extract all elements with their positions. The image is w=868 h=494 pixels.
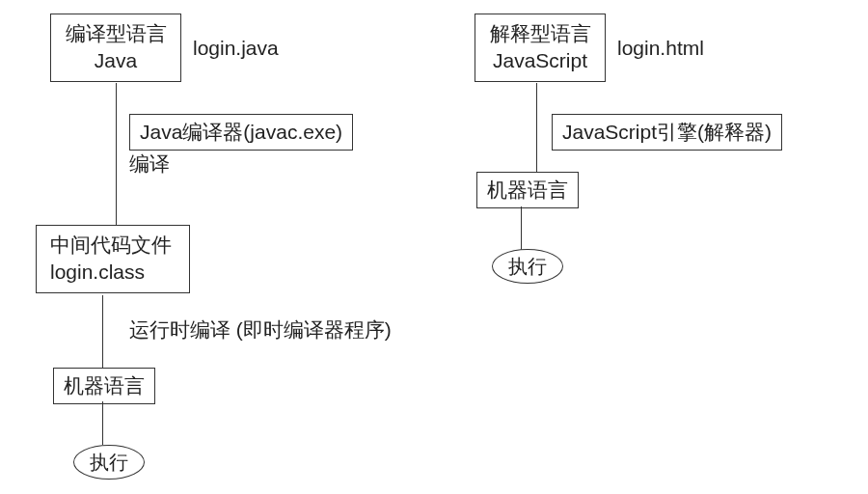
right-machine-box: 机器语言: [476, 172, 579, 208]
right-source-file-label: login.html: [617, 35, 704, 62]
right-execute-oval: 执行: [492, 249, 563, 284]
left-machine-box: 机器语言: [53, 368, 155, 404]
left-compiler-box: Java编译器(javac.exe): [129, 114, 353, 151]
left-line-2: [102, 295, 103, 368]
right-line-1: [536, 83, 537, 172]
right-source-line2: JavaScript: [487, 47, 593, 74]
left-intermediate-box: 中间代码文件 login.class: [36, 225, 190, 293]
left-source-file-label: login.java: [193, 35, 279, 62]
right-source-box: 解释型语言 JavaScript: [475, 14, 606, 82]
left-jit-label: 运行时编译 (即时编译器程序): [129, 316, 392, 343]
left-execute-oval: 执行: [73, 445, 145, 480]
diagram-compiled-vs-interpreted: 编译型语言 Java login.java Java编译器(javac.exe)…: [0, 0, 868, 494]
right-engine-box: JavaScript引擎(解释器): [552, 114, 782, 151]
left-compile-label: 编译: [129, 151, 170, 178]
left-source-box: 编译型语言 Java: [50, 14, 181, 82]
left-intermediate-line2: login.class: [50, 259, 176, 286]
right-line-2: [521, 206, 522, 250]
left-source-line1: 编译型语言: [63, 20, 169, 47]
left-line-3: [102, 401, 103, 445]
right-source-line1: 解释型语言: [487, 20, 593, 47]
left-line-1: [116, 83, 117, 225]
left-intermediate-line1: 中间代码文件: [50, 232, 176, 259]
left-source-line2: Java: [63, 47, 169, 74]
